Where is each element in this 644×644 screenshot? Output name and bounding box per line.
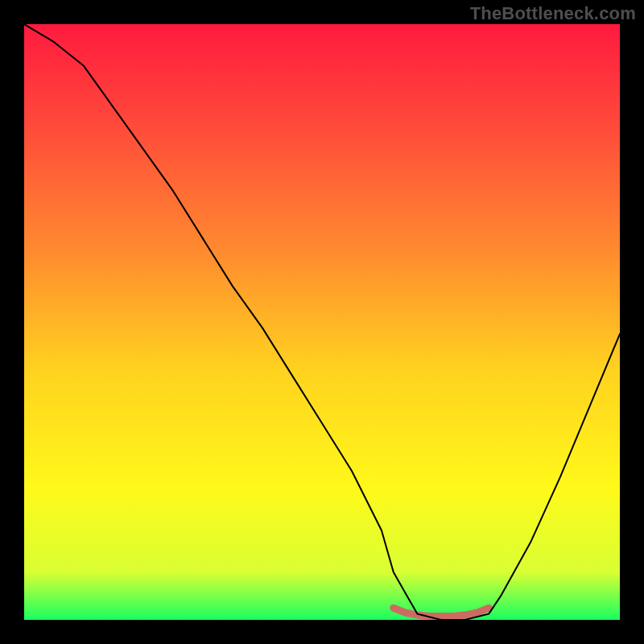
gradient-background — [24, 24, 620, 620]
plot-area — [24, 24, 620, 620]
chart-svg — [24, 24, 620, 620]
watermark-text: TheBottleneck.com — [470, 3, 636, 24]
chart-frame: TheBottleneck.com — [0, 0, 644, 644]
